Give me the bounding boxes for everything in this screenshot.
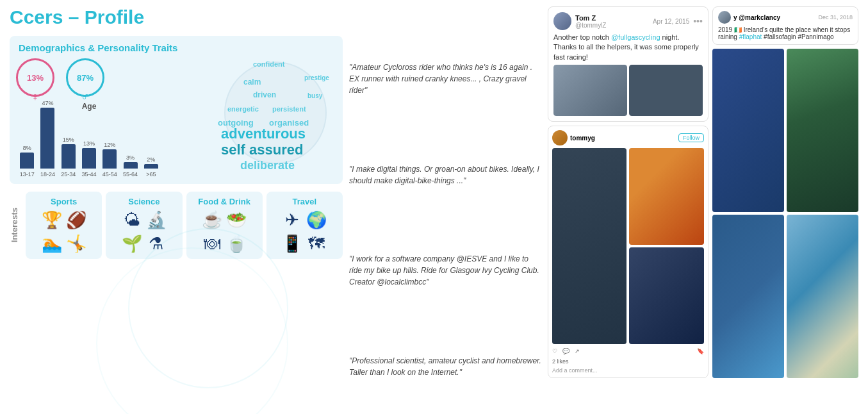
interest-icon: 🌍	[306, 210, 327, 230]
interest-icon: 🏈	[66, 210, 86, 230]
insta-avatar	[552, 130, 568, 145]
tweet-avatar-1	[553, 12, 571, 30]
insta-follow-button[interactable]: Follow	[678, 133, 704, 142]
tweet-more-icon[interactable]: •••	[693, 16, 703, 26]
interest-icons-grid: 🌤🔬🌱⚗	[122, 210, 167, 254]
interest-icon: 🏆	[42, 210, 62, 230]
tweet2-link[interactable]: #flaphat	[739, 33, 762, 40]
interests-label: Interests	[10, 208, 19, 242]
tweet-images-1	[553, 65, 703, 116]
bar-rect	[61, 144, 76, 169]
tweet-user-1: Tom Z @tommylZ	[575, 14, 649, 29]
interest-icon: 🤸	[66, 234, 86, 254]
interest-icon: 🏊	[42, 234, 62, 254]
insta-bookmark-icon[interactable]: 🔖	[697, 348, 704, 354]
tweet-card-1: Tom Z @tommylZ Apr 12, 2015 ••• Another …	[548, 6, 708, 122]
bio-quote: "Amateur Cycloross rider who thinks he's…	[349, 62, 541, 96]
wordcloud-word: adventurous	[221, 126, 306, 142]
bar-rect	[82, 148, 96, 169]
male-symbol: ♂	[81, 90, 90, 104]
photo-selfie	[712, 215, 784, 378]
tweet-handle-1: @tommylZ	[575, 22, 649, 29]
interest-icon: 🌱	[122, 234, 142, 254]
demographics-inner: 13% ♀ 87% ♂	[19, 58, 334, 178]
wordcloud-word: deliberate	[240, 159, 295, 172]
bottom-tweet-date: Dec 31, 2018	[818, 14, 853, 21]
male-percent: 87%	[77, 73, 94, 83]
age-bar-chart: 8%13-1747%18-2415%25-3413%35-4412%45-543…	[19, 113, 160, 178]
interest-card-title: Travel	[293, 197, 317, 206]
bar-percent: 13%	[83, 140, 95, 147]
word-cloud: confidentcalmdrivenenergeticpersistentbu…	[215, 55, 336, 170]
female-circle: 13% ♀	[16, 58, 54, 97]
interest-icon: 🌤	[122, 210, 142, 230]
bar-age-label: 25-34	[61, 171, 76, 178]
wordcloud-word: driven	[253, 90, 276, 99]
tweet-date-1: Apr 12, 2015	[653, 18, 689, 25]
interests-wrapper: Interests Sports🏆🏈🏊🤸Science🌤🔬🌱⚗Food & Dr…	[10, 192, 343, 259]
insta-photos	[552, 148, 704, 344]
interest-card: Food & Drink☕🥗🍽🍵	[186, 192, 263, 259]
bar-percent: 2%	[147, 156, 155, 163]
bar-percent: 47%	[42, 100, 53, 106]
interest-icon: 🍽	[202, 234, 222, 254]
tweet-img-1	[553, 65, 627, 116]
insta-heart-icon[interactable]: ♡	[552, 348, 557, 354]
insta-name: tommyg	[570, 135, 676, 142]
interest-icon: 🥗	[226, 210, 247, 230]
interest-card: Sports🏆🏈🏊🤸	[26, 192, 102, 259]
insta-header: tommyg Follow	[552, 130, 704, 145]
gender-section: 13% ♀ 87% ♂	[19, 58, 102, 97]
left-column: Ccers – Profile Demographics & Personali…	[10, 6, 343, 408]
tweet-link-1[interactable]: @fullgascycling	[611, 33, 660, 41]
bottom-tweet-avatar	[718, 11, 731, 24]
bar-rect	[102, 149, 117, 169]
page-title: Ccers – Profile	[10, 6, 343, 28]
insta-share-icon[interactable]: ↗	[575, 348, 580, 354]
insta-caption: Add a comment...	[552, 367, 704, 374]
interest-icon: 🍵	[226, 234, 247, 254]
tweet-header-1: Tom Z @tommylZ Apr 12, 2015 •••	[553, 12, 703, 30]
tweet-name-1: Tom Z	[575, 14, 649, 22]
bar-age-label: 18-24	[40, 171, 55, 178]
insta-likes: 2 likes	[552, 358, 704, 365]
bottom-tweet-header: y @markclancy Dec 31, 2018	[718, 11, 853, 24]
interest-icon: 📱	[282, 234, 302, 254]
bottom-tweet: y @markclancy Dec 31, 2018 2019 🇮🇪 Irela…	[712, 6, 858, 45]
interest-card: Travel✈🌍📱🗺	[266, 192, 343, 259]
tweet-text-1: Another top notch @fullgascycling night.…	[553, 33, 703, 62]
age-bar-col: 12%45-54	[101, 142, 118, 178]
right-panel-b: y @markclancy Dec 31, 2018 2019 🇮🇪 Irela…	[712, 6, 858, 378]
bar-rect	[124, 162, 138, 169]
insta-photo-main	[552, 148, 626, 344]
bar-percent: 12%	[104, 142, 115, 148]
insta-info: tommyg	[570, 135, 676, 142]
age-bar-col: 13%35-44	[81, 140, 97, 178]
bio-column: "Amateur Cycloross rider who thinks he's…	[349, 6, 541, 408]
instagram-card: tommyg Follow ♡ 💬 ↗ 🔖	[548, 126, 708, 378]
bar-percent: 3%	[126, 154, 135, 161]
interest-icon: ☕	[202, 210, 222, 230]
insta-actions: ♡ 💬 ↗ 🔖	[552, 347, 704, 356]
insta-comment-icon[interactable]: 💬	[562, 348, 569, 354]
male-circle: 87% ♂	[66, 58, 104, 97]
bar-age-label: >65	[146, 171, 156, 178]
age-bar-col: 15%25-34	[60, 137, 77, 178]
bio-quote: "I work for a software company @IESVE an…	[349, 253, 541, 288]
right-panel-a: Tom Z @tommylZ Apr 12, 2015 ••• Another …	[548, 6, 708, 378]
demographics-card: Demographics & Personality Traits 13% ♀	[10, 36, 343, 184]
age-bar-col: 3%55-64	[122, 154, 138, 178]
bottom-tweet-text: 2019 🇮🇪 Ireland's quite the place when i…	[718, 26, 853, 40]
bar-percent: 15%	[63, 137, 74, 143]
female-percent: 13%	[27, 73, 44, 83]
interest-icon: 🔬	[146, 210, 167, 230]
photo-coast	[787, 215, 858, 378]
interest-icons-grid: ☕🥗🍽🍵	[202, 210, 247, 254]
photo-group-cycling	[712, 49, 784, 212]
female-symbol: ♀	[31, 90, 40, 104]
bar-age-label: 35-44	[81, 171, 96, 178]
bar-age-label: 45-54	[102, 171, 117, 178]
bottom-tweet-handle: y @markclancy	[733, 14, 816, 21]
interest-icons-grid: ✈🌍📱🗺	[282, 210, 327, 254]
age-bar-col: 8%13-17	[19, 145, 35, 178]
